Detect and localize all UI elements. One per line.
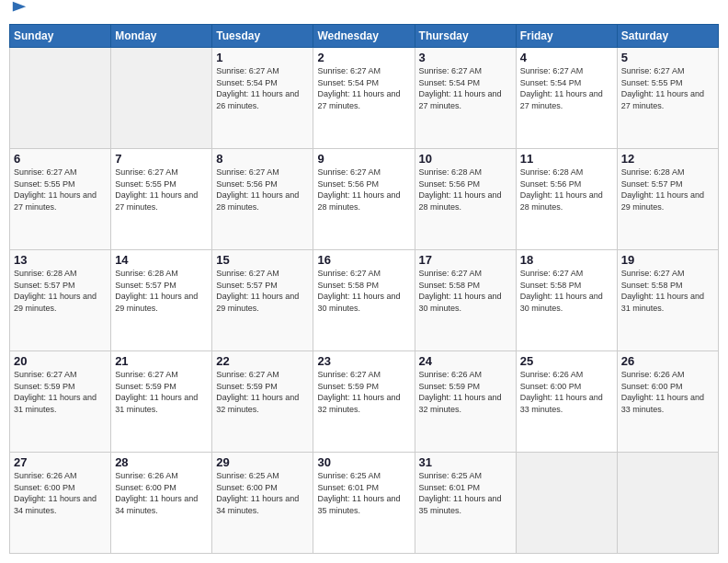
day-number: 13 [14,253,107,267]
calendar-day-cell: 15Sunrise: 6:27 AM Sunset: 5:57 PM Dayli… [212,250,313,351]
day-number: 15 [216,253,309,267]
day-info: Sunrise: 6:27 AM Sunset: 5:58 PM Dayligh… [520,268,613,314]
day-number: 11 [520,152,613,166]
calendar-day-cell: 11Sunrise: 6:28 AM Sunset: 5:56 PM Dayli… [516,149,617,250]
calendar-body: 1Sunrise: 6:27 AM Sunset: 5:54 PM Daylig… [10,48,719,554]
calendar-day-cell: 8Sunrise: 6:27 AM Sunset: 5:56 PM Daylig… [212,149,313,250]
calendar-day-cell: 30Sunrise: 6:25 AM Sunset: 6:01 PM Dayli… [313,453,415,554]
calendar-day-cell: 25Sunrise: 6:26 AM Sunset: 6:00 PM Dayli… [516,351,617,453]
calendar-day-cell: 6Sunrise: 6:27 AM Sunset: 5:55 PM Daylig… [10,149,111,250]
calendar-day-cell: 12Sunrise: 6:28 AM Sunset: 5:57 PM Dayli… [617,149,718,250]
calendar-day-cell [617,453,718,554]
day-of-week-header: Tuesday [212,25,313,48]
day-info: Sunrise: 6:25 AM Sunset: 6:01 PM Dayligh… [419,470,512,516]
calendar-day-cell [516,453,617,554]
calendar-day-cell: 29Sunrise: 6:25 AM Sunset: 6:00 PM Dayli… [212,453,313,554]
calendar-day-cell: 4Sunrise: 6:27 AM Sunset: 5:54 PM Daylig… [516,48,617,149]
calendar-week-row: 27Sunrise: 6:26 AM Sunset: 6:00 PM Dayli… [10,453,719,554]
day-number: 6 [14,152,107,166]
day-number: 1 [216,51,309,64]
day-info: Sunrise: 6:27 AM Sunset: 5:58 PM Dayligh… [317,268,410,314]
day-number: 5 [621,51,714,64]
calendar-day-cell: 24Sunrise: 6:26 AM Sunset: 5:59 PM Dayli… [415,351,516,453]
day-number: 26 [621,354,714,368]
calendar-day-cell: 2Sunrise: 6:27 AM Sunset: 5:54 PM Daylig… [313,48,415,149]
day-info: Sunrise: 6:27 AM Sunset: 5:59 PM Dayligh… [115,369,208,415]
day-number: 3 [419,51,512,64]
day-info: Sunrise: 6:25 AM Sunset: 6:01 PM Dayligh… [317,470,410,516]
calendar-header: SundayMondayTuesdayWednesdayThursdayFrid… [10,25,719,48]
calendar-day-cell: 19Sunrise: 6:27 AM Sunset: 5:58 PM Dayli… [617,250,718,351]
day-number: 27 [14,455,107,469]
calendar-week-row: 1Sunrise: 6:27 AM Sunset: 5:54 PM Daylig… [10,48,719,149]
svg-marker-0 [13,2,26,12]
calendar-week-row: 20Sunrise: 6:27 AM Sunset: 5:59 PM Dayli… [10,351,719,453]
day-number: 7 [115,152,208,166]
day-info: Sunrise: 6:27 AM Sunset: 5:58 PM Dayligh… [621,268,714,314]
day-number: 21 [115,354,208,368]
calendar-day-cell [10,48,111,149]
logo [9,9,28,17]
calendar-day-cell: 31Sunrise: 6:25 AM Sunset: 6:01 PM Dayli… [415,453,516,554]
day-number: 31 [419,455,512,469]
day-info: Sunrise: 6:27 AM Sunset: 5:55 PM Dayligh… [115,167,208,213]
day-number: 12 [621,152,714,166]
day-number: 16 [317,253,410,267]
calendar-day-cell: 9Sunrise: 6:27 AM Sunset: 5:56 PM Daylig… [313,149,415,250]
day-number: 9 [317,152,410,166]
day-info: Sunrise: 6:28 AM Sunset: 5:56 PM Dayligh… [520,167,613,213]
calendar-day-cell: 18Sunrise: 6:27 AM Sunset: 5:58 PM Dayli… [516,250,617,351]
day-info: Sunrise: 6:27 AM Sunset: 5:54 PM Dayligh… [317,65,410,111]
calendar-day-cell: 26Sunrise: 6:26 AM Sunset: 6:00 PM Dayli… [617,351,718,453]
header-row: SundayMondayTuesdayWednesdayThursdayFrid… [10,25,719,48]
logo-text [9,9,28,17]
day-info: Sunrise: 6:27 AM Sunset: 5:55 PM Dayligh… [14,167,107,213]
day-number: 22 [216,354,309,368]
calendar-day-cell: 3Sunrise: 6:27 AM Sunset: 5:54 PM Daylig… [415,48,516,149]
day-number: 20 [14,354,107,368]
day-info: Sunrise: 6:26 AM Sunset: 6:00 PM Dayligh… [14,470,107,516]
day-of-week-header: Wednesday [313,25,415,48]
day-info: Sunrise: 6:27 AM Sunset: 5:55 PM Dayligh… [621,65,714,111]
day-number: 2 [317,51,410,64]
day-of-week-header: Thursday [415,25,516,48]
calendar-day-cell [111,48,212,149]
day-number: 24 [419,354,512,368]
day-info: Sunrise: 6:26 AM Sunset: 6:00 PM Dayligh… [115,470,208,516]
day-info: Sunrise: 6:27 AM Sunset: 5:56 PM Dayligh… [317,167,410,213]
day-of-week-header: Sunday [10,25,111,48]
day-info: Sunrise: 6:26 AM Sunset: 6:00 PM Dayligh… [520,369,613,415]
day-info: Sunrise: 6:27 AM Sunset: 5:54 PM Dayligh… [520,65,613,111]
day-number: 29 [216,455,309,469]
day-number: 23 [317,354,410,368]
day-info: Sunrise: 6:28 AM Sunset: 5:57 PM Dayligh… [14,268,107,314]
page: SundayMondayTuesdayWednesdayThursdayFrid… [0,0,728,563]
day-info: Sunrise: 6:25 AM Sunset: 6:00 PM Dayligh… [216,470,309,516]
calendar-week-row: 6Sunrise: 6:27 AM Sunset: 5:55 PM Daylig… [10,149,719,250]
day-info: Sunrise: 6:27 AM Sunset: 5:59 PM Dayligh… [14,369,107,415]
day-number: 14 [115,253,208,267]
day-number: 25 [520,354,613,368]
calendar-table: SundayMondayTuesdayWednesdayThursdayFrid… [9,24,719,554]
day-info: Sunrise: 6:26 AM Sunset: 5:59 PM Dayligh… [419,369,512,415]
calendar-day-cell: 5Sunrise: 6:27 AM Sunset: 5:55 PM Daylig… [617,48,718,149]
day-number: 18 [520,253,613,267]
day-info: Sunrise: 6:27 AM Sunset: 5:56 PM Dayligh… [216,167,309,213]
day-info: Sunrise: 6:27 AM Sunset: 5:58 PM Dayligh… [419,268,512,314]
calendar-day-cell: 22Sunrise: 6:27 AM Sunset: 5:59 PM Dayli… [212,351,313,453]
calendar-day-cell: 1Sunrise: 6:27 AM Sunset: 5:54 PM Daylig… [212,48,313,149]
day-number: 4 [520,51,613,64]
calendar-day-cell: 23Sunrise: 6:27 AM Sunset: 5:59 PM Dayli… [313,351,415,453]
calendar-day-cell: 7Sunrise: 6:27 AM Sunset: 5:55 PM Daylig… [111,149,212,250]
calendar-day-cell: 27Sunrise: 6:26 AM Sunset: 6:00 PM Dayli… [10,453,111,554]
calendar-day-cell: 20Sunrise: 6:27 AM Sunset: 5:59 PM Dayli… [10,351,111,453]
day-number: 10 [419,152,512,166]
calendar-day-cell: 28Sunrise: 6:26 AM Sunset: 6:00 PM Dayli… [111,453,212,554]
calendar-day-cell: 13Sunrise: 6:28 AM Sunset: 5:57 PM Dayli… [10,250,111,351]
logo-flag-icon [11,0,28,17]
calendar-week-row: 13Sunrise: 6:28 AM Sunset: 5:57 PM Dayli… [10,250,719,351]
calendar-day-cell: 17Sunrise: 6:27 AM Sunset: 5:58 PM Dayli… [415,250,516,351]
calendar-day-cell: 14Sunrise: 6:28 AM Sunset: 5:57 PM Dayli… [111,250,212,351]
day-info: Sunrise: 6:28 AM Sunset: 5:57 PM Dayligh… [115,268,208,314]
header [9,9,719,17]
